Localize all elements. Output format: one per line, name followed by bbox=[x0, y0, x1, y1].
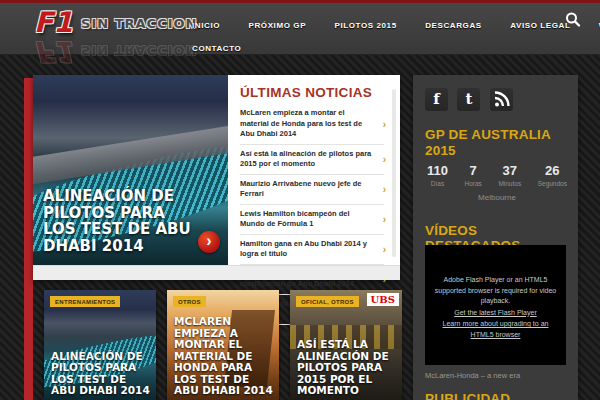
nav-item-aviso-legal[interactable]: AVISO LEGAL bbox=[510, 21, 570, 30]
card-title[interactable]: MCLAREN EMPIEZA A MONTAR EL MATERIAL DE … bbox=[174, 316, 274, 397]
featured-article[interactable]: ALINEACIÓN DE PILOTOS PARA LOS TEST DE A… bbox=[33, 75, 228, 265]
chevron-right-icon: › bbox=[383, 153, 386, 167]
search-icon[interactable] bbox=[564, 11, 582, 29]
next-gp-heading: GP DE AUSTRALIA 2015 bbox=[425, 127, 560, 159]
nav-item-pilotos-2015[interactable]: PILOTOS 2015 bbox=[335, 21, 397, 30]
slider-next-button[interactable]: › bbox=[198, 231, 220, 253]
nav-item-contacto[interactable]: CONTACTO bbox=[192, 44, 241, 53]
advertising-heading: PUBLICIDAD bbox=[425, 391, 510, 400]
social-links: f t bbox=[425, 88, 518, 111]
article-cards-row: ENTRENAMIENTOS ALINEACIÓN DE PILOTOS PAR… bbox=[44, 290, 413, 400]
latest-news-heading: ÚLTIMAS NOTICIAS bbox=[240, 85, 384, 100]
chevron-right-icon: › bbox=[383, 118, 386, 132]
news-item[interactable]: Así está la alineación de pilotos para 2… bbox=[240, 145, 384, 175]
news-item[interactable]: McLaren empieza a montar el material de … bbox=[240, 104, 384, 145]
news-item[interactable]: Hamilton gana en Abu Dhabi 2014 y logra … bbox=[240, 235, 384, 265]
sidebar: f t GP DE AUSTRALIA 2015 110 Días 7 Hora… bbox=[413, 75, 578, 400]
video-caption: McLaren-Honda – a new era bbox=[425, 371, 520, 380]
nav-item-inicio[interactable]: INICIO bbox=[192, 21, 220, 30]
nav-item-descargas[interactable]: DESCARGAS bbox=[425, 21, 482, 30]
logo-wordmark: SIN TRACCION bbox=[81, 17, 197, 30]
main-nav-row2: CONTACTO bbox=[192, 37, 265, 55]
countdown-days: 110 Días bbox=[427, 163, 448, 187]
red-accent-bar bbox=[24, 78, 33, 400]
rss-icon[interactable] bbox=[490, 88, 513, 111]
slider-bottom-strip bbox=[33, 265, 400, 280]
twitter-icon[interactable]: t bbox=[457, 88, 480, 111]
category-badge[interactable]: OTROS bbox=[173, 296, 206, 307]
site-header: F1 SIN TRACCION F1 SIN TRACCION INICIO P… bbox=[0, 0, 600, 55]
chevron-right-icon: › bbox=[383, 213, 386, 227]
news-scrollbar[interactable] bbox=[392, 89, 396, 257]
countdown-hours: 7 Horas bbox=[465, 163, 482, 187]
gp-location: Melbourne bbox=[427, 193, 567, 202]
featured-slider-panel: ALINEACIÓN DE PILOTOS PARA LOS TEST DE A… bbox=[33, 75, 400, 280]
flash-message: Adobe Flash Player or an HTML5 supported… bbox=[435, 276, 556, 304]
countdown-seconds: 26 Segundos bbox=[538, 163, 567, 187]
site-logo[interactable]: F1 SIN TRACCION bbox=[34, 9, 197, 37]
ubs-banner-text: UBS bbox=[367, 293, 399, 306]
card-title[interactable]: ASÍ ESTÁ LA ALINEACIÓN DE PILOTOS PARA 2… bbox=[297, 339, 397, 397]
article-card-entrenamientos[interactable]: ENTRENAMIENTOS ALINEACIÓN DE PILOTOS PAR… bbox=[44, 290, 156, 400]
chevron-right-icon: › bbox=[383, 243, 386, 257]
logo-f1-mark: F1 bbox=[34, 9, 73, 37]
category-badge[interactable]: ENTRENAMIENTOS bbox=[50, 296, 120, 307]
flash-player-link[interactable]: Get the latest Flash Player bbox=[431, 308, 560, 319]
chevron-right-icon: › bbox=[383, 183, 386, 197]
countdown-minutes: 37 Minutos bbox=[498, 163, 521, 187]
gp-countdown: 110 Días 7 Horas 37 Minutos 26 Segundos bbox=[427, 163, 567, 187]
html5-upgrade-link[interactable]: Learn more about upgrading to an HTML5 b… bbox=[431, 319, 560, 340]
news-item[interactable]: Maurizio Arrivabene nuevo jefe de Ferrar… bbox=[240, 175, 384, 205]
article-card-alineacion[interactable]: UBS OFICIAL, OTROS ASÍ ESTÁ LA ALINEACIÓ… bbox=[290, 290, 402, 400]
video-player[interactable]: Adobe Flash Player or an HTML5 supported… bbox=[425, 245, 566, 365]
main-nav: INICIO PRÓXIMO GP PILOTOS 2015 DESCARGAS… bbox=[192, 14, 600, 32]
category-badge[interactable]: OFICIAL, OTROS bbox=[296, 296, 359, 307]
article-card-mclaren[interactable]: OTROS MCLAREN EMPIEZA A MONTAR EL MATERI… bbox=[167, 290, 279, 400]
card-title[interactable]: ALINEACIÓN DE PILOTOS PARA LOS TEST DE A… bbox=[51, 351, 151, 397]
logo-reflection: F1 SIN TRACCION bbox=[34, 37, 197, 65]
latest-news-list: ÚLTIMAS NOTICIAS McLaren empieza a monta… bbox=[228, 75, 400, 265]
featured-article-title[interactable]: ALINEACIÓN DE PILOTOS PARA LOS TEST DE A… bbox=[43, 188, 201, 255]
news-item[interactable]: Lewis Hamilton bicampeón del Mundo de Fó… bbox=[240, 205, 384, 235]
nav-item-proximo-gp[interactable]: PRÓXIMO GP bbox=[249, 21, 307, 30]
facebook-icon[interactable]: f bbox=[425, 88, 448, 111]
